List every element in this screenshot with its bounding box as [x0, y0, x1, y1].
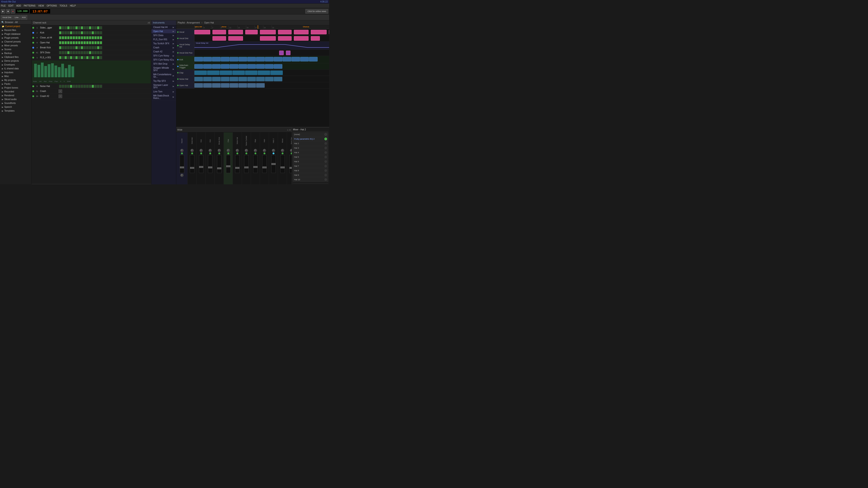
step[interactable]: [78, 31, 81, 34]
channel-led-1[interactable]: [32, 32, 34, 34]
step[interactable]: [89, 46, 91, 49]
sidebar-item-scores[interactable]: ▶ Scores: [0, 47, 31, 51]
clip[interactable]: [247, 57, 256, 61]
clip[interactable]: [228, 30, 243, 34]
clip[interactable]: [245, 70, 257, 75]
step[interactable]: [67, 36, 70, 39]
mx-led-hats2[interactable]: [273, 153, 274, 154]
sidebar-item-channel-presets[interactable]: ▶ Channel presets: [0, 40, 31, 43]
step[interactable]: [78, 85, 81, 88]
fx-slot-9[interactable]: Hat 9: [293, 173, 328, 177]
step[interactable]: [70, 85, 72, 88]
track-led-vocal[interactable]: [177, 31, 179, 33]
step[interactable]: [92, 51, 94, 54]
menu-patterns[interactable]: PATTERNS: [24, 4, 35, 7]
clip[interactable]: [260, 30, 276, 34]
fx-slot-toggle-0[interactable]: [324, 133, 327, 136]
step[interactable]: [86, 41, 89, 44]
step[interactable]: [62, 56, 64, 59]
step[interactable]: [70, 41, 72, 44]
clip[interactable]: [221, 57, 229, 61]
vocal-dist-btn[interactable]: Vocal Dist: [1, 15, 13, 20]
mx-knob-break-kick[interactable]: [218, 149, 221, 152]
clip[interactable]: [258, 70, 270, 75]
step[interactable]: [64, 41, 67, 44]
step[interactable]: [97, 26, 99, 29]
inst-closed-hat[interactable]: Closed Hat #4 ▶: [151, 25, 176, 29]
fx-slot-toggle-3[interactable]: [324, 147, 327, 149]
menu-view[interactable]: VIEW: [38, 4, 44, 7]
step[interactable]: [64, 46, 67, 49]
clip[interactable]: [194, 83, 203, 88]
step[interactable]: [59, 46, 61, 49]
step[interactable]: [97, 85, 99, 88]
clip[interactable]: [239, 83, 247, 88]
channel-led-crash[interactable]: [32, 90, 34, 92]
sidebar-item-packs[interactable]: ▶ Packs: [0, 82, 31, 86]
step[interactable]: [84, 46, 86, 49]
fx-slot-5[interactable]: Hat 5: [293, 155, 328, 159]
mx-led-break-kick[interactable]: [218, 153, 220, 154]
bpm-display[interactable]: 128.000: [16, 9, 29, 13]
step[interactable]: [86, 26, 89, 29]
menu-options[interactable]: OPTIONS: [46, 4, 57, 7]
clip[interactable]: [309, 57, 318, 61]
step[interactable]: [89, 31, 91, 34]
step[interactable]: [59, 51, 61, 54]
clip[interactable]: [265, 57, 274, 61]
clip[interactable]: [239, 77, 247, 81]
step[interactable]: [59, 41, 61, 44]
sidebar-item-backup[interactable]: ▶ Backup: [0, 51, 31, 55]
step[interactable]: [75, 85, 78, 88]
sidebar-item-demo-projects[interactable]: ▶ Demo projects: [0, 59, 31, 63]
sidebar-item-speech[interactable]: ▶ Speech: [0, 105, 31, 109]
step[interactable]: [72, 85, 75, 88]
menu-edit[interactable]: EDIT: [8, 4, 13, 7]
clip[interactable]: [256, 83, 265, 88]
track-led-sidechain[interactable]: [177, 66, 179, 67]
clip[interactable]: [221, 77, 229, 81]
fx-slot-toggle-5[interactable]: [324, 156, 327, 158]
sidebar-item-sliced-audio[interactable]: ▶ Sliced audio: [0, 97, 31, 101]
mx-led-ride[interactable]: [254, 153, 256, 154]
step[interactable]: [86, 85, 89, 88]
step[interactable]: [72, 51, 75, 54]
step[interactable]: [67, 85, 70, 88]
inst-sfx-disto[interactable]: SFX Disto ▶: [151, 33, 176, 37]
mx-fader-container-kick2[interactable]: [208, 155, 213, 173]
step[interactable]: [67, 26, 70, 29]
fx-slot-6[interactable]: Hat 6: [293, 160, 328, 164]
step[interactable]: [81, 46, 83, 49]
fx-slot-1[interactable]: Fruity parametric EQ 2: [293, 137, 328, 141]
sidebar-item-misc[interactable]: ▶ Misc: [0, 74, 31, 78]
step[interactable]: [78, 46, 81, 49]
clip[interactable]: [256, 57, 265, 61]
add-channel-btn[interactable]: +: [32, 184, 151, 184]
clip[interactable]: [213, 30, 226, 34]
clip[interactable]: [270, 70, 283, 75]
step[interactable]: [97, 56, 99, 59]
step[interactable]: [94, 56, 97, 59]
clip[interactable]: [278, 30, 291, 34]
mx-fader-ride[interactable]: [253, 166, 257, 168]
mx-led-kick2[interactable]: [209, 153, 211, 154]
channel-name-4[interactable]: Break Kick: [40, 46, 58, 49]
clip[interactable]: [203, 77, 212, 81]
step[interactable]: [62, 36, 64, 39]
step[interactable]: [78, 51, 81, 54]
clip[interactable]: [212, 64, 221, 69]
mx-fader-container-sidechain[interactable]: [190, 155, 194, 173]
step[interactable]: [92, 85, 94, 88]
clip[interactable]: [213, 36, 226, 41]
channel-name-7[interactable]: Noise Hat: [40, 85, 58, 88]
track-led-vocal-delay-vol[interactable]: [177, 45, 179, 46]
mx-fader-kick1[interactable]: [199, 166, 203, 168]
step[interactable]: [94, 85, 97, 88]
step[interactable]: [59, 36, 61, 39]
channel-name-2[interactable]: Close..at #4: [40, 36, 58, 39]
clip[interactable]: [194, 64, 203, 69]
inst-sfx-8bit[interactable]: SFX 8bit Drop ▶: [151, 62, 176, 66]
step[interactable]: [75, 51, 78, 54]
track-led-noise-hat[interactable]: [177, 78, 179, 80]
clip[interactable]: [230, 64, 238, 69]
